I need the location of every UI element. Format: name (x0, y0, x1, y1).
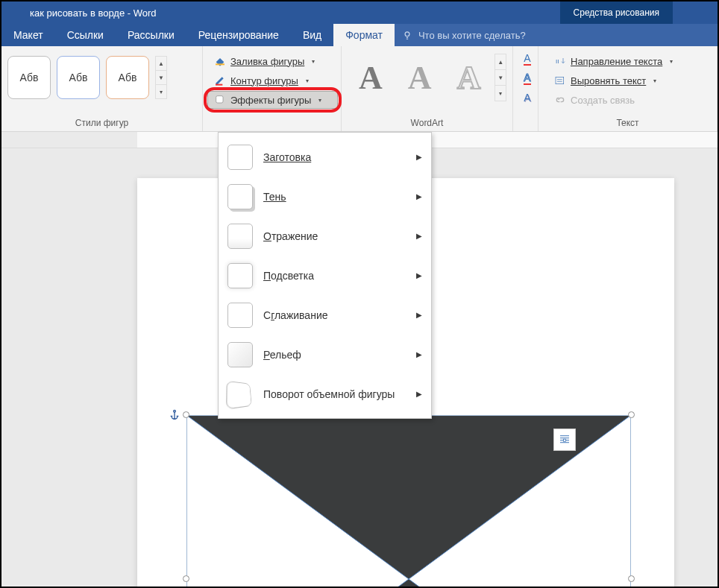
pen-icon (214, 75, 226, 86)
shape-fill-button[interactable]: Заливка фигуры ▾ (207, 52, 338, 70)
align-text-label: Выровнять текст (571, 75, 646, 86)
create-link-label: Создать связь (571, 95, 635, 106)
shape-effects-menu: Заготовка ▶ Тень ▶ Отражение ▶ Подсветка… (218, 132, 432, 419)
layout-options-button[interactable] (553, 429, 576, 451)
resize-handle-ml[interactable] (183, 575, 189, 582)
align-text-button[interactable]: Выровнять текст ▾ (547, 72, 708, 89)
group-shape-styles: Абв Абв Абв ▲▼▾ Стили фигур (1, 46, 203, 131)
window-title: как рисовать в ворде - Word (1, 7, 157, 19)
wordart-style-2[interactable]: A (397, 54, 443, 101)
tab-layout[interactable]: Макет (1, 24, 55, 46)
text-fill-icon-button[interactable]: A (519, 51, 536, 67)
text-direction-button[interactable]: II Направление текста ▾ (547, 52, 708, 70)
shape-style-thumb-2[interactable]: Абв (57, 56, 100, 99)
tab-format[interactable]: Формат (333, 24, 395, 46)
soft-edges-icon (227, 303, 253, 328)
wordart-gallery-scroll[interactable]: ▲▼▾ (494, 54, 506, 101)
tell-me-search[interactable]: Что вы хотите сделать? (395, 24, 718, 46)
menu-soft-edges[interactable]: Сглаживание ▶ (219, 295, 431, 335)
shape-effects-label: Эффекты фигуры (230, 95, 311, 106)
menu-3d-rotation[interactable]: Поворот объемной фигуры ▶ (219, 374, 431, 414)
svg-text:II: II (556, 58, 559, 65)
shape-style-gallery-scroll[interactable]: ▲▼▾ (155, 56, 167, 99)
bevel-icon (227, 342, 253, 367)
tell-me-placeholder: Что вы хотите сделать? (418, 30, 526, 41)
svg-point-6 (174, 410, 176, 412)
shape-outline-label: Контур фигуры (230, 75, 298, 86)
paint-bucket-icon (214, 55, 226, 67)
shape-fill-label: Заливка фигуры (230, 56, 304, 67)
text-direction-label: Направление текста (571, 56, 662, 67)
group-label-text: Текст (539, 118, 717, 128)
shape-outline-button[interactable]: Контур фигуры ▾ (207, 72, 338, 89)
svg-rect-1 (216, 63, 225, 65)
resize-handle-mr[interactable] (628, 575, 635, 582)
shape-effects-button[interactable]: Эффекты фигуры ▾ (207, 91, 338, 109)
menu-preset[interactable]: Заготовка ▶ (219, 137, 431, 177)
wordart-style-1[interactable]: A (348, 54, 394, 101)
rotation-3d-icon (226, 380, 252, 409)
svg-rect-9 (564, 439, 566, 441)
resize-handle-tr[interactable] (628, 411, 635, 418)
svg-rect-5 (556, 77, 564, 83)
link-icon (554, 94, 566, 106)
group-label-shape-styles: Стили фигур (1, 118, 202, 128)
svg-point-0 (405, 32, 409, 37)
text-direction-icon: II (554, 55, 566, 67)
glow-icon (227, 263, 253, 288)
layout-options-icon (558, 433, 571, 446)
anchor-icon (169, 408, 180, 425)
menu-reflection[interactable]: Отражение ▶ (219, 216, 431, 256)
svg-rect-2 (216, 84, 222, 86)
shadow-icon (227, 184, 253, 209)
shape-style-thumb-3[interactable]: Абв (106, 56, 149, 99)
contextual-tab-drawing-tools: Средства рисования (560, 1, 673, 24)
group-shape-style-buttons: Заливка фигуры ▾ Контур фигуры ▾ Эффекты… (203, 46, 341, 131)
tab-mailings[interactable]: Рассылки (116, 24, 186, 46)
group-text-icons: A A A (513, 46, 539, 131)
tab-references[interactable]: Ссылки (55, 24, 116, 46)
menu-shadow[interactable]: Тень ▶ (219, 177, 431, 216)
group-label-wordart: WordArt (342, 118, 512, 128)
group-text: II Направление текста ▾ Выровнять текст … (539, 46, 718, 131)
bulb-icon (402, 30, 412, 40)
svg-rect-3 (216, 96, 223, 103)
align-text-icon (554, 75, 566, 86)
tab-review[interactable]: Рецензирование (186, 24, 291, 46)
shape-style-thumb-1[interactable]: Абв (7, 56, 51, 99)
menu-glow[interactable]: Подсветка ▶ (219, 256, 431, 295)
menu-bevel[interactable]: Рельеф ▶ (219, 335, 431, 374)
tab-view[interactable]: Вид (291, 24, 333, 46)
text-outline-icon-button[interactable]: A (519, 70, 536, 86)
reflection-icon (227, 224, 253, 249)
resize-handle-tl[interactable] (183, 411, 189, 418)
preset-icon (227, 145, 253, 170)
create-link-button: Создать связь (547, 91, 708, 109)
effects-icon (214, 94, 226, 106)
text-effects-icon-button[interactable]: A (519, 89, 536, 106)
group-wordart: A A A ▲▼▾ WordArt (342, 46, 513, 131)
wordart-style-3[interactable]: A (446, 54, 492, 101)
